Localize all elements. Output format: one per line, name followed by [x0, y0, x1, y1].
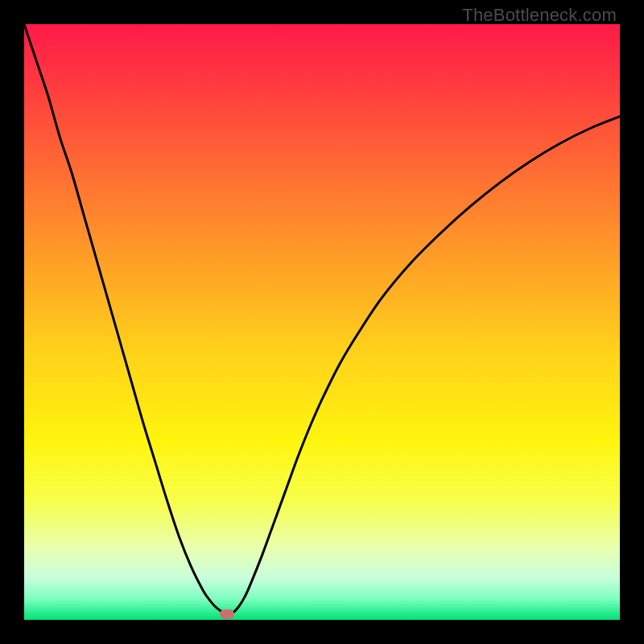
bottleneck-curve: [24, 24, 620, 620]
optimum-marker: [220, 609, 234, 619]
watermark-text: TheBottleneck.com: [462, 5, 617, 26]
chart-frame: TheBottleneck.com: [0, 0, 644, 644]
plot-area: [24, 24, 620, 620]
